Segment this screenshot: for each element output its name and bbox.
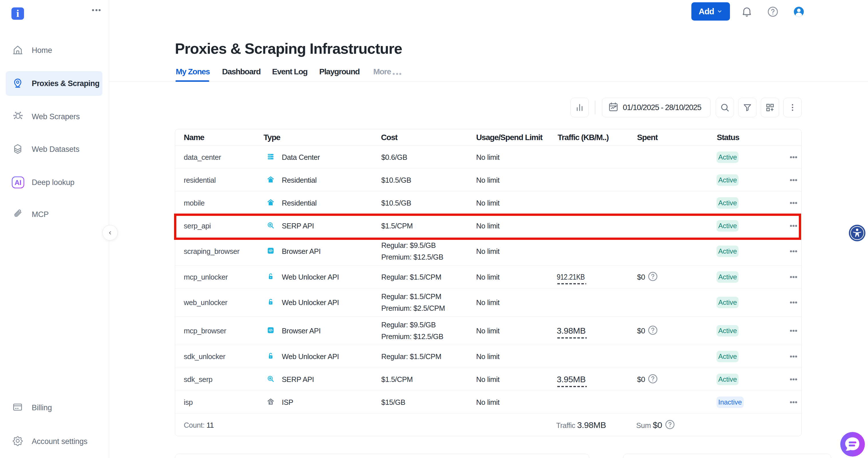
svg-text:AI: AI <box>14 179 22 186</box>
